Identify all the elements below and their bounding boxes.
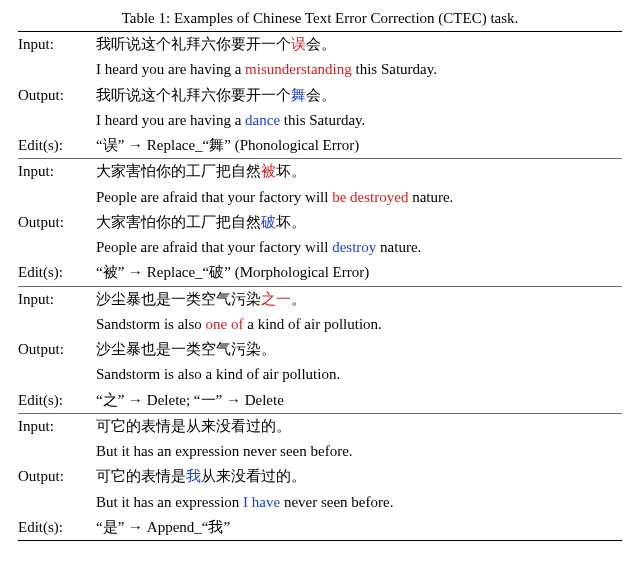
input-zh: 大家害怕你的工厂把自然被坏。 — [96, 159, 622, 184]
input-en: But it has an expression never seen befo… — [96, 439, 622, 464]
row-label-output: Output: — [18, 210, 96, 261]
edits-text: “是” → Append_“我” — [96, 515, 622, 540]
input-en: I heard you are having a misunderstandin… — [96, 57, 622, 82]
row-label-edits: Edit(s): — [18, 260, 96, 286]
input-en: Sandstorm is also one of a kind of air p… — [96, 312, 622, 337]
output-en: But it has an expression I have never se… — [96, 490, 622, 515]
output-en: I heard you are having a dance this Satu… — [96, 108, 622, 133]
row-label-input: Input: — [18, 159, 96, 210]
row-label-input: Input: — [18, 32, 96, 83]
output-zh: 沙尘暴也是一类空气污染。 — [96, 337, 622, 362]
output-zh: 我听说这个礼拜六你要开一个舞会。 — [96, 83, 622, 108]
edits-text: “之” → Delete; “一” → Delete — [96, 388, 622, 414]
output-zh: 大家害怕你的工厂把自然破坏。 — [96, 210, 622, 235]
row-label-edits: Edit(s): — [18, 388, 96, 414]
table-caption: Table 1: Examples of Chinese Text Error … — [18, 10, 622, 27]
edits-text: “被” → Replace_“破” (Morphological Error) — [96, 260, 622, 286]
row-label-edits: Edit(s): — [18, 133, 96, 159]
input-zh: 可它的表情是从来没看过的。 — [96, 414, 622, 439]
row-label-output: Output: — [18, 464, 96, 515]
table-rule-bottom — [18, 540, 622, 541]
output-en: Sandstorm is also a kind of air pollutio… — [96, 362, 622, 387]
row-label-edits: Edit(s): — [18, 515, 96, 540]
row-label-output: Output: — [18, 337, 96, 388]
edits-text: “误” → Replace_“舞” (Phonological Error) — [96, 133, 622, 159]
row-label-input: Input: — [18, 287, 96, 338]
input-zh: 沙尘暴也是一类空气污染之一。 — [96, 287, 622, 312]
ctec-examples-table: Input:我听说这个礼拜六你要开一个误会。I heard you are ha… — [18, 32, 622, 540]
input-en: People are afraid that your factory will… — [96, 185, 622, 210]
output-en: People are afraid that your factory will… — [96, 235, 622, 260]
input-zh: 我听说这个礼拜六你要开一个误会。 — [96, 32, 622, 57]
row-label-output: Output: — [18, 83, 96, 134]
output-zh: 可它的表情是我从来没看过的。 — [96, 464, 622, 489]
row-label-input: Input: — [18, 414, 96, 465]
